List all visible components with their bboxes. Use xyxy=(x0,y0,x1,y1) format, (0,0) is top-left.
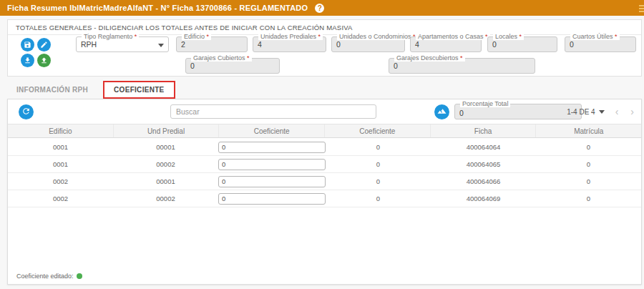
cell-coeficiente: 0 xyxy=(326,195,431,202)
tab-coeficiente[interactable]: COEFICIENTE xyxy=(104,82,174,97)
cell-matricula: 0 xyxy=(536,177,641,185)
cell-und-predial: 00001 xyxy=(113,143,218,151)
unidades-prediales-field: Unidades Prediales * 4 xyxy=(253,36,326,52)
status-label: Coeficiente editado: xyxy=(16,273,74,280)
red-annotation-box: COEFICIENTE xyxy=(103,81,175,99)
refresh-button[interactable] xyxy=(19,104,34,119)
table-row: 0002 00002 0 400064069 0 xyxy=(8,190,641,207)
status-line: Coeficiente editado: xyxy=(16,273,82,280)
edit-button[interactable] xyxy=(37,38,51,52)
status-green-dot-icon xyxy=(77,273,82,279)
cell-coeficiente: 0 xyxy=(326,160,431,168)
col-header-edificio: Edificio xyxy=(8,124,113,137)
cell-coeficiente-editable xyxy=(218,159,326,170)
porcentaje-total-label: Porcentaje Total xyxy=(462,100,508,107)
table-row: 0002 00001 0 400064066 0 xyxy=(8,173,641,190)
cell-coeficiente-editable xyxy=(218,193,326,205)
unidades-condominios-field: Unidades o Condominios * 0 xyxy=(331,36,405,52)
garajes-cubiertos-field: Garajes Cubiertos * 0 xyxy=(185,58,280,74)
cell-edificio: 0001 xyxy=(8,143,113,151)
col-header-und-predial: Und Predial xyxy=(113,124,219,137)
cell-und-predial: 00002 xyxy=(113,160,218,168)
table-row: 0001 00001 0 400064064 0 xyxy=(8,139,641,156)
cell-ficha: 400064064 xyxy=(431,143,536,151)
cell-ficha: 400064069 xyxy=(431,195,536,202)
upload-button[interactable] xyxy=(37,54,51,67)
search-input[interactable] xyxy=(170,104,376,119)
chevron-right-icon[interactable]: › xyxy=(629,107,635,117)
cell-coeficiente: 0 xyxy=(326,143,431,151)
unidades-condominios-label: Unidades o Condominios xyxy=(339,33,411,40)
cuartos-utiles-field: Cuartos Útiles * 0 xyxy=(565,36,636,52)
coeficiente-input[interactable] xyxy=(218,176,326,187)
save-button[interactable] xyxy=(21,38,34,52)
cell-coeficiente-editable xyxy=(218,142,326,153)
cell-matricula: 0 xyxy=(536,160,641,168)
chevron-left-icon[interactable]: ‹ xyxy=(614,107,620,117)
col-header-coeficiente: Coeficiente xyxy=(324,124,430,137)
coeficiente-input[interactable] xyxy=(218,193,326,205)
table-body: 0001 00001 0 400064064 0 0001 00002 0 40… xyxy=(8,139,641,207)
coeficiente-input[interactable] xyxy=(218,159,326,170)
mountain-icon xyxy=(437,106,447,119)
garajes-descubiertos-label: Garajes Descubiertos xyxy=(396,54,459,62)
tab-informacion-rph[interactable]: INFORMACIÓN RPH xyxy=(7,82,97,97)
table-row: 0001 00002 0 400064065 0 xyxy=(8,156,641,173)
save-icon xyxy=(24,39,31,52)
cell-coeficiente: 0 xyxy=(326,177,431,185)
cuartos-utiles-label: Cuartos Útiles xyxy=(572,33,613,40)
cell-matricula: 0 xyxy=(536,143,641,151)
publish-button[interactable] xyxy=(434,104,449,119)
apartamentos-casas-label: Apartamentos o Casas xyxy=(418,33,484,40)
chevron-down-icon xyxy=(158,44,164,47)
edificio-label: Edificio xyxy=(184,33,205,40)
tab-bar: INFORMACIÓN RPH COEFICIENTE xyxy=(7,81,175,99)
cell-edificio: 0002 xyxy=(8,177,113,185)
col-header-ficha: Ficha xyxy=(430,124,536,137)
coeficiente-input[interactable] xyxy=(218,142,326,153)
tipo-reglamento-label: Tipo Reglamento xyxy=(84,33,132,40)
cell-ficha: 400064066 xyxy=(431,177,536,185)
pagination-range-dropdown[interactable]: 1-4 DE 4 xyxy=(567,108,604,116)
garajes-cubiertos-label: Garajes Cubiertos xyxy=(193,54,245,62)
page-title: Ficha Resumen IblMatricMadreAlfaNT - N° … xyxy=(7,4,308,12)
cell-edificio: 0002 xyxy=(8,195,113,202)
help-icon[interactable]: ? xyxy=(315,4,324,13)
download-icon xyxy=(24,54,31,67)
pencil-icon xyxy=(40,39,48,52)
cell-und-predial: 00002 xyxy=(113,195,218,202)
locales-field: Locales * 0 xyxy=(487,36,557,52)
upload-icon xyxy=(40,54,48,67)
app-window: Ficha Resumen IblMatricMadreAlfaNT - N° … xyxy=(0,0,644,289)
cell-ficha: 400064065 xyxy=(431,160,536,168)
pagination-range-label: 1-4 DE 4 xyxy=(567,108,595,116)
menu-icon[interactable] xyxy=(639,4,644,14)
apartamentos-casas-field: Apartamentos o Casas * 4 xyxy=(410,36,482,52)
col-header-matricula: Matrícula xyxy=(535,124,641,137)
table-header: Edificio Und Predial Coeficiente Coefici… xyxy=(8,124,641,138)
caret-down-icon xyxy=(599,110,605,114)
totales-generales-panel: TOTALES GENERALES - DILIGENCIAR LOS TOTA… xyxy=(7,19,642,77)
locales-label: Locales xyxy=(495,33,517,40)
col-header-coeficiente-input: Coeficiente xyxy=(218,124,324,137)
cell-coeficiente-editable xyxy=(218,176,326,187)
totales-action-buttons xyxy=(21,38,52,67)
cell-und-predial: 00001 xyxy=(113,177,218,185)
edificio-field: Edificio * 2 xyxy=(176,36,248,52)
garajes-descubiertos-field: Garajes Descubiertos * 0 xyxy=(389,58,535,74)
tipo-reglamento-select[interactable]: Tipo Reglamento * RPH xyxy=(76,36,169,52)
cell-edificio: 0001 xyxy=(8,160,113,168)
unidades-prediales-label: Unidades Prediales xyxy=(260,33,316,40)
coeficiente-panel: Porcentaje Total 1-4 DE 4 ‹ › Edificio U… xyxy=(7,99,642,285)
pagination: 1-4 DE 4 ‹ › xyxy=(567,99,635,124)
refresh-icon xyxy=(21,106,31,119)
title-bar: Ficha Resumen IblMatricMadreAlfaNT - N° … xyxy=(0,0,644,16)
porcentaje-total-field: Porcentaje Total xyxy=(454,104,582,119)
cell-matricula: 0 xyxy=(536,195,641,202)
download-button[interactable] xyxy=(21,54,34,67)
